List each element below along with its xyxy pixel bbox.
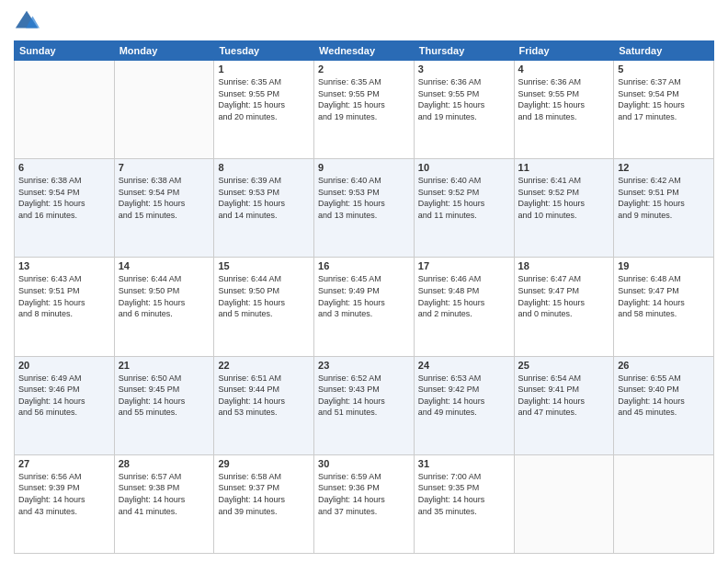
calendar-cell: 19Sunrise: 6:48 AM Sunset: 9:47 PM Dayli… xyxy=(614,258,714,356)
calendar-header-thursday: Thursday xyxy=(414,41,514,61)
calendar-cell: 30Sunrise: 6:59 AM Sunset: 9:36 PM Dayli… xyxy=(314,454,415,553)
day-info: Sunrise: 6:58 AM Sunset: 9:37 PM Dayligh… xyxy=(218,471,310,517)
calendar-cell: 4Sunrise: 6:36 AM Sunset: 9:55 PM Daylig… xyxy=(514,61,614,159)
day-info: Sunrise: 6:45 AM Sunset: 9:49 PM Dayligh… xyxy=(318,273,410,319)
day-info: Sunrise: 6:43 AM Sunset: 9:51 PM Dayligh… xyxy=(18,273,110,319)
day-info: Sunrise: 7:00 AM Sunset: 9:35 PM Dayligh… xyxy=(418,471,510,517)
day-info: Sunrise: 6:39 AM Sunset: 9:53 PM Dayligh… xyxy=(218,175,310,221)
day-info: Sunrise: 6:54 AM Sunset: 9:41 PM Dayligh… xyxy=(518,373,610,419)
calendar-week-row: 1Sunrise: 6:35 AM Sunset: 9:55 PM Daylig… xyxy=(15,61,714,159)
day-number: 11 xyxy=(518,162,610,173)
day-number: 8 xyxy=(218,162,310,173)
day-number: 12 xyxy=(618,162,710,173)
calendar-cell: 23Sunrise: 6:52 AM Sunset: 9:43 PM Dayli… xyxy=(314,356,415,454)
calendar-header-row: SundayMondayTuesdayWednesdayThursdayFrid… xyxy=(15,41,714,61)
calendar-cell xyxy=(614,454,714,553)
day-info: Sunrise: 6:56 AM Sunset: 9:39 PM Dayligh… xyxy=(18,471,110,517)
calendar-header-monday: Monday xyxy=(114,41,214,61)
day-number: 29 xyxy=(218,458,310,469)
calendar-cell: 2Sunrise: 6:35 AM Sunset: 9:55 PM Daylig… xyxy=(314,61,415,159)
calendar-week-row: 20Sunrise: 6:49 AM Sunset: 9:46 PM Dayli… xyxy=(15,356,714,454)
day-number: 9 xyxy=(318,162,410,173)
calendar-cell: 13Sunrise: 6:43 AM Sunset: 9:51 PM Dayli… xyxy=(15,258,115,356)
day-number: 24 xyxy=(418,360,510,371)
day-number: 10 xyxy=(418,162,510,173)
day-number: 2 xyxy=(318,63,410,75)
calendar-cell: 18Sunrise: 6:47 AM Sunset: 9:47 PM Dayli… xyxy=(514,258,614,356)
day-info: Sunrise: 6:47 AM Sunset: 9:47 PM Dayligh… xyxy=(518,273,610,319)
day-number: 1 xyxy=(218,63,310,75)
day-info: Sunrise: 6:50 AM Sunset: 9:45 PM Dayligh… xyxy=(119,373,210,419)
day-info: Sunrise: 6:51 AM Sunset: 9:44 PM Dayligh… xyxy=(218,373,310,419)
calendar-cell: 15Sunrise: 6:44 AM Sunset: 9:50 PM Dayli… xyxy=(214,258,314,356)
day-number: 18 xyxy=(518,260,610,271)
day-number: 26 xyxy=(618,360,710,371)
day-number: 30 xyxy=(318,458,410,469)
logo-icon xyxy=(14,9,40,35)
calendar-cell xyxy=(114,61,214,159)
calendar-cell: 21Sunrise: 6:50 AM Sunset: 9:45 PM Dayli… xyxy=(114,356,214,454)
day-info: Sunrise: 6:41 AM Sunset: 9:52 PM Dayligh… xyxy=(518,175,610,221)
day-info: Sunrise: 6:40 AM Sunset: 9:53 PM Dayligh… xyxy=(318,175,410,221)
day-info: Sunrise: 6:35 AM Sunset: 9:55 PM Dayligh… xyxy=(218,76,310,122)
day-info: Sunrise: 6:55 AM Sunset: 9:40 PM Dayligh… xyxy=(618,373,710,419)
day-info: Sunrise: 6:53 AM Sunset: 9:42 PM Dayligh… xyxy=(418,373,510,419)
calendar-cell: 16Sunrise: 6:45 AM Sunset: 9:49 PM Dayli… xyxy=(314,258,415,356)
calendar-cell: 29Sunrise: 6:58 AM Sunset: 9:37 PM Dayli… xyxy=(214,454,314,553)
day-number: 17 xyxy=(418,260,510,271)
calendar-cell: 10Sunrise: 6:40 AM Sunset: 9:52 PM Dayli… xyxy=(414,159,514,258)
day-number: 16 xyxy=(318,260,410,271)
calendar-week-row: 27Sunrise: 6:56 AM Sunset: 9:39 PM Dayli… xyxy=(15,454,714,553)
calendar-header-wednesday: Wednesday xyxy=(314,41,415,61)
day-info: Sunrise: 6:36 AM Sunset: 9:55 PM Dayligh… xyxy=(518,76,610,122)
logo xyxy=(14,9,41,35)
page-header xyxy=(14,9,714,35)
calendar-header-tuesday: Tuesday xyxy=(214,41,314,61)
calendar-cell: 22Sunrise: 6:51 AM Sunset: 9:44 PM Dayli… xyxy=(214,356,314,454)
calendar-header-saturday: Saturday xyxy=(614,41,714,61)
calendar-cell: 26Sunrise: 6:55 AM Sunset: 9:40 PM Dayli… xyxy=(614,356,714,454)
page-container: SundayMondayTuesdayWednesdayThursdayFrid… xyxy=(0,0,728,563)
calendar-cell: 25Sunrise: 6:54 AM Sunset: 9:41 PM Dayli… xyxy=(514,356,614,454)
day-info: Sunrise: 6:52 AM Sunset: 9:43 PM Dayligh… xyxy=(318,373,410,419)
calendar-cell xyxy=(15,61,115,159)
day-number: 20 xyxy=(18,360,110,371)
calendar-cell: 20Sunrise: 6:49 AM Sunset: 9:46 PM Dayli… xyxy=(15,356,115,454)
calendar-cell: 9Sunrise: 6:40 AM Sunset: 9:53 PM Daylig… xyxy=(314,159,415,258)
day-number: 13 xyxy=(18,260,110,271)
day-info: Sunrise: 6:44 AM Sunset: 9:50 PM Dayligh… xyxy=(119,273,210,319)
day-number: 5 xyxy=(618,63,710,75)
day-info: Sunrise: 6:42 AM Sunset: 9:51 PM Dayligh… xyxy=(618,175,710,221)
day-number: 23 xyxy=(318,360,410,371)
calendar-cell: 12Sunrise: 6:42 AM Sunset: 9:51 PM Dayli… xyxy=(614,159,714,258)
day-info: Sunrise: 6:38 AM Sunset: 9:54 PM Dayligh… xyxy=(119,175,210,221)
day-info: Sunrise: 6:35 AM Sunset: 9:55 PM Dayligh… xyxy=(318,76,410,122)
day-info: Sunrise: 6:57 AM Sunset: 9:38 PM Dayligh… xyxy=(119,471,210,517)
calendar-cell: 1Sunrise: 6:35 AM Sunset: 9:55 PM Daylig… xyxy=(214,61,314,159)
calendar-cell: 28Sunrise: 6:57 AM Sunset: 9:38 PM Dayli… xyxy=(114,454,214,553)
calendar-cell: 11Sunrise: 6:41 AM Sunset: 9:52 PM Dayli… xyxy=(514,159,614,258)
day-number: 25 xyxy=(518,360,610,371)
day-info: Sunrise: 6:44 AM Sunset: 9:50 PM Dayligh… xyxy=(218,273,310,319)
day-info: Sunrise: 6:49 AM Sunset: 9:46 PM Dayligh… xyxy=(18,373,110,419)
day-number: 22 xyxy=(218,360,310,371)
calendar-cell: 27Sunrise: 6:56 AM Sunset: 9:39 PM Dayli… xyxy=(15,454,115,553)
day-number: 6 xyxy=(18,162,110,173)
calendar-table: SundayMondayTuesdayWednesdayThursdayFrid… xyxy=(14,40,714,554)
day-number: 7 xyxy=(119,162,210,173)
day-number: 28 xyxy=(119,458,210,469)
day-number: 19 xyxy=(618,260,710,271)
calendar-cell: 31Sunrise: 7:00 AM Sunset: 9:35 PM Dayli… xyxy=(414,454,514,553)
calendar-cell: 7Sunrise: 6:38 AM Sunset: 9:54 PM Daylig… xyxy=(114,159,214,258)
day-info: Sunrise: 6:48 AM Sunset: 9:47 PM Dayligh… xyxy=(618,273,710,319)
day-number: 27 xyxy=(18,458,110,469)
calendar-cell: 3Sunrise: 6:36 AM Sunset: 9:55 PM Daylig… xyxy=(414,61,514,159)
day-info: Sunrise: 6:40 AM Sunset: 9:52 PM Dayligh… xyxy=(418,175,510,221)
day-number: 15 xyxy=(218,260,310,271)
calendar-cell: 24Sunrise: 6:53 AM Sunset: 9:42 PM Dayli… xyxy=(414,356,514,454)
day-number: 31 xyxy=(418,458,510,469)
day-info: Sunrise: 6:36 AM Sunset: 9:55 PM Dayligh… xyxy=(418,76,510,122)
day-info: Sunrise: 6:38 AM Sunset: 9:54 PM Dayligh… xyxy=(18,175,110,221)
calendar-cell: 17Sunrise: 6:46 AM Sunset: 9:48 PM Dayli… xyxy=(414,258,514,356)
day-info: Sunrise: 6:37 AM Sunset: 9:54 PM Dayligh… xyxy=(618,76,710,122)
